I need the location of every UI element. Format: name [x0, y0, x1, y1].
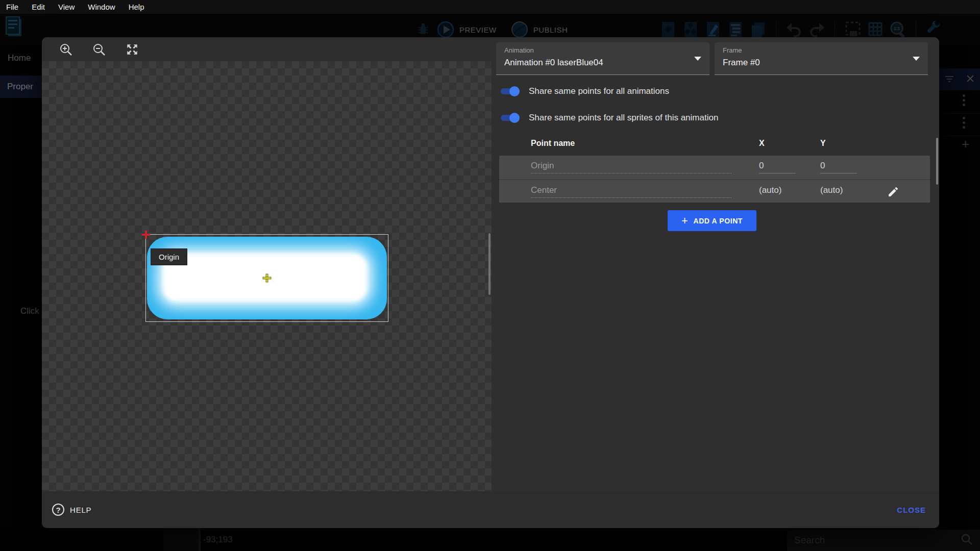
points-table-header: Point name X Y: [499, 132, 930, 156]
share-points-sprites-toggle[interactable]: [499, 112, 520, 123]
plus-icon: +: [681, 216, 688, 226]
sprite-preview: Origin: [146, 235, 388, 321]
share-points-animations-row: Share same points for all animations: [499, 86, 669, 97]
menu-item-help[interactable]: Help: [129, 3, 144, 11]
points-table: Point name X Y Origin 0 0 Center (auto) …: [499, 132, 930, 203]
points-panel: Animation Animation #0 laserBlue04 Frame…: [492, 37, 939, 491]
origin-tooltip: Origin: [151, 248, 187, 265]
help-button[interactable]: ? HELP: [52, 504, 91, 516]
zoom-in-icon[interactable]: [59, 43, 72, 56]
menu-item-file[interactable]: File: [6, 3, 18, 11]
origin-point-marker[interactable]: [141, 230, 151, 239]
share-points-sprites-label: Share same points for all sprites of thi…: [529, 113, 718, 123]
help-icon: ?: [52, 504, 64, 516]
table-row-center: Center (auto) (auto): [499, 179, 930, 203]
add-point-button-label: ADD A POINT: [693, 217, 743, 225]
origin-tooltip-label: Origin: [159, 253, 179, 261]
frame-select-value: Frame #0: [723, 58, 760, 68]
frame-select[interactable]: Frame Frame #0: [715, 42, 928, 75]
point-y-field[interactable]: 0: [820, 161, 857, 173]
share-points-sprites-row: Share same points for all sprites of thi…: [499, 112, 718, 123]
canvas-scrollbar[interactable]: [488, 233, 491, 295]
edit-point-icon[interactable]: [887, 186, 899, 198]
center-point-marker[interactable]: [262, 273, 272, 283]
menu-item-edit[interactable]: Edit: [32, 3, 45, 11]
frame-select-label: Frame: [723, 46, 742, 54]
add-point-button[interactable]: + ADD A POINT: [668, 210, 756, 231]
menu-bar: File Edit View Window Help: [0, 0, 980, 14]
point-name-field[interactable]: Center: [531, 185, 731, 198]
point-x-field[interactable]: (auto): [759, 185, 796, 195]
column-header-y: Y: [820, 139, 826, 148]
animation-select-value: Animation #0 laserBlue04: [504, 58, 603, 68]
column-header-x: X: [759, 139, 765, 148]
share-points-animations-toggle[interactable]: [499, 86, 520, 97]
help-button-label: HELP: [70, 506, 91, 514]
menu-item-window[interactable]: Window: [88, 3, 115, 11]
chevron-down-icon: [913, 57, 920, 61]
column-header-name: Point name: [531, 139, 575, 148]
zoom-out-icon[interactable]: [92, 43, 106, 56]
fit-to-screen-icon[interactable]: [126, 43, 139, 56]
chevron-down-icon: [694, 57, 701, 61]
animation-select[interactable]: Animation Animation #0 laserBlue04: [496, 42, 709, 75]
point-name-field[interactable]: Origin: [531, 161, 731, 173]
canvas-toolbar: [42, 37, 492, 61]
point-x-field[interactable]: 0: [759, 161, 796, 173]
panel-scrollbar[interactable]: [936, 138, 938, 185]
animation-select-label: Animation: [504, 46, 534, 54]
close-button[interactable]: CLOSE: [897, 506, 926, 514]
menu-item-view[interactable]: View: [58, 3, 75, 11]
table-row-origin: Origin 0 0: [499, 156, 930, 179]
dialog-footer: ? HELP CLOSE: [42, 491, 939, 528]
share-points-animations-label: Share same points for all animations: [529, 86, 669, 96]
point-y-field[interactable]: (auto): [820, 185, 857, 195]
edit-points-dialog: Origin Animation Animation #0 laserBlue0…: [42, 37, 939, 528]
sprite-canvas[interactable]: Origin: [42, 61, 492, 491]
